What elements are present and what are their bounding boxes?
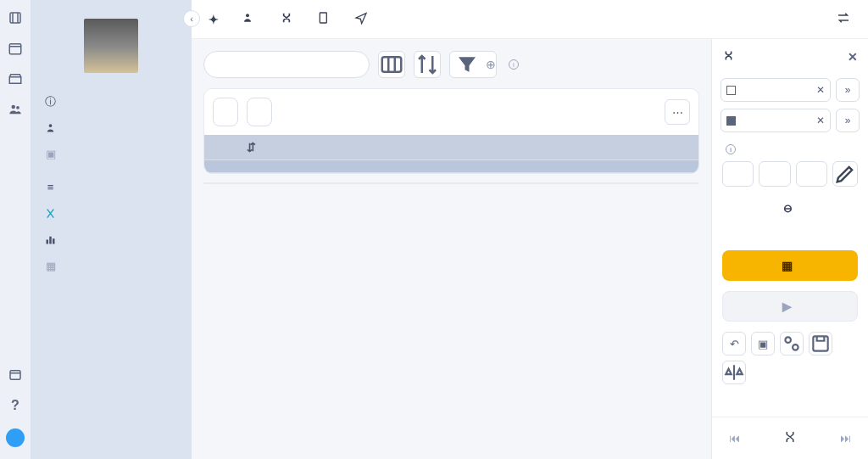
col-sub-score1[interactable]	[270, 160, 330, 173]
undo-button[interactable]: ↶	[722, 332, 746, 355]
save-button[interactable]	[809, 332, 832, 355]
sidebar-item-playing-now[interactable]: ▣	[31, 141, 192, 167]
svg-point-3	[16, 106, 19, 109]
tab-players[interactable]	[242, 11, 261, 27]
result-draw-button[interactable]	[759, 161, 790, 187]
info-icon: ⓘ	[44, 95, 57, 108]
svg-point-13	[785, 337, 791, 343]
svg-rect-0	[10, 13, 20, 23]
category-select[interactable]	[213, 98, 238, 126]
svg-rect-10	[320, 13, 326, 23]
tab-event[interactable]: ✦	[209, 13, 224, 26]
collapse-sidebar-button[interactable]: ‹	[183, 10, 200, 27]
remove-black-button[interactable]: ✕	[816, 115, 825, 126]
window-icon[interactable]	[8, 367, 23, 383]
grid-icon: ▦	[44, 260, 57, 272]
delete-pairing-button[interactable]: ⊖	[712, 195, 868, 221]
main: ✦ ⊕ i ⋯	[192, 0, 868, 459]
sidebar-item-standings[interactable]	[31, 227, 192, 253]
logo-icon[interactable]	[8, 10, 23, 25]
info-icon: i	[726, 144, 736, 154]
reports-icon	[317, 11, 331, 27]
col-m[interactable]: ⇵	[231, 135, 270, 160]
balance-button[interactable]	[722, 361, 746, 384]
black-player-chip[interactable]: ✕	[721, 109, 831, 132]
pairings-icon	[722, 49, 735, 64]
sidebar-item-event-info[interactable]: ⓘ	[31, 88, 192, 115]
remove-white-button[interactable]: ✕	[816, 84, 825, 96]
archive-icon[interactable]	[8, 71, 23, 87]
user-avatar-badge[interactable]	[6, 428, 25, 447]
users-icon[interactable]	[8, 102, 23, 117]
swap-black-button[interactable]: »	[836, 109, 860, 132]
play-icon: ▶	[782, 299, 792, 313]
col-b[interactable]	[231, 160, 270, 173]
svg-point-9	[246, 14, 249, 17]
result-edit-button[interactable]	[832, 161, 858, 187]
columns-button[interactable]	[378, 51, 405, 78]
help-icon[interactable]: ?	[8, 398, 23, 413]
next-button[interactable]: ⏭	[840, 432, 851, 445]
col-sub-result[interactable]	[441, 160, 492, 173]
svg-rect-6	[47, 240, 49, 244]
board-button[interactable]: ▣	[751, 332, 775, 355]
matches-card-2	[203, 182, 699, 184]
result-1-0-button[interactable]	[722, 161, 754, 187]
calendar-icon[interactable]	[8, 41, 23, 56]
col-result[interactable]	[441, 135, 492, 160]
matches-table: ⇵	[204, 135, 698, 173]
more-button[interactable]: ⋯	[665, 99, 690, 125]
sidebar-item-player-list[interactable]	[31, 115, 192, 141]
close-panel-button[interactable]: ✕	[848, 50, 858, 64]
col-away[interactable]	[492, 135, 603, 160]
tab-advanced[interactable]	[354, 11, 373, 27]
sidebar-item-start-list[interactable]: ≡	[31, 174, 192, 200]
tab-pairings[interactable]	[280, 11, 298, 27]
manage-pairing-panel: ✕ ✕ » ✕ » i ⊖	[711, 39, 868, 459]
col-score1[interactable]	[270, 135, 330, 160]
sort-button[interactable]	[414, 51, 441, 78]
svg-rect-7	[49, 237, 52, 244]
info-icon: i	[509, 59, 519, 70]
app-iconbar: ?	[0, 0, 31, 459]
pairings-icon	[280, 11, 293, 27]
center-nav-button[interactable]	[782, 429, 798, 447]
black-square-icon	[726, 116, 736, 126]
result-0-1-button[interactable]	[796, 161, 827, 187]
items-count: i	[505, 59, 519, 70]
topnav: ✦	[192, 0, 868, 39]
play-icon: ▣	[44, 148, 57, 160]
board-icon: ▦	[782, 259, 793, 272]
tab-reports[interactable]	[317, 11, 336, 27]
col-no[interactable]	[661, 135, 698, 160]
svg-rect-15	[813, 336, 827, 350]
sidebar-item-crosstable[interactable]: ▦	[31, 253, 192, 279]
toolbar: ⊕ i	[203, 51, 699, 78]
round-select[interactable]	[247, 98, 272, 126]
col-sub-no[interactable]	[661, 160, 698, 173]
search-input[interactable]	[218, 59, 360, 71]
col-p2[interactable]	[492, 160, 603, 173]
svg-rect-8	[53, 238, 55, 243]
pairings-card: ⋯ ⇵	[203, 88, 699, 174]
white-player-chip[interactable]: ✕	[721, 78, 831, 102]
swap-white-button[interactable]: »	[836, 78, 860, 102]
svg-rect-1	[9, 44, 21, 54]
col-home[interactable]	[330, 135, 441, 160]
sidebar-item-pairings[interactable]	[31, 200, 192, 227]
settings-button[interactable]	[780, 332, 804, 355]
col-p1[interactable]	[330, 160, 441, 173]
search-input-wrap[interactable]	[203, 51, 370, 78]
sidebar: ‹ ⓘ ▣ ≡ ▦	[31, 0, 192, 459]
col-score2[interactable]	[602, 135, 661, 160]
prev-button[interactable]: ⏮	[729, 432, 740, 445]
svg-point-2	[12, 105, 16, 109]
swap-icon[interactable]	[836, 10, 851, 28]
event-avatar	[84, 19, 138, 73]
filter-button[interactable]: ⊕	[449, 51, 497, 78]
view-game-button[interactable]: ▦	[722, 250, 858, 281]
start-game-button[interactable]: ▶	[722, 291, 858, 322]
sidebar-title	[31, 0, 192, 19]
send-icon	[354, 11, 368, 27]
col-sub-score2[interactable]	[602, 160, 661, 173]
